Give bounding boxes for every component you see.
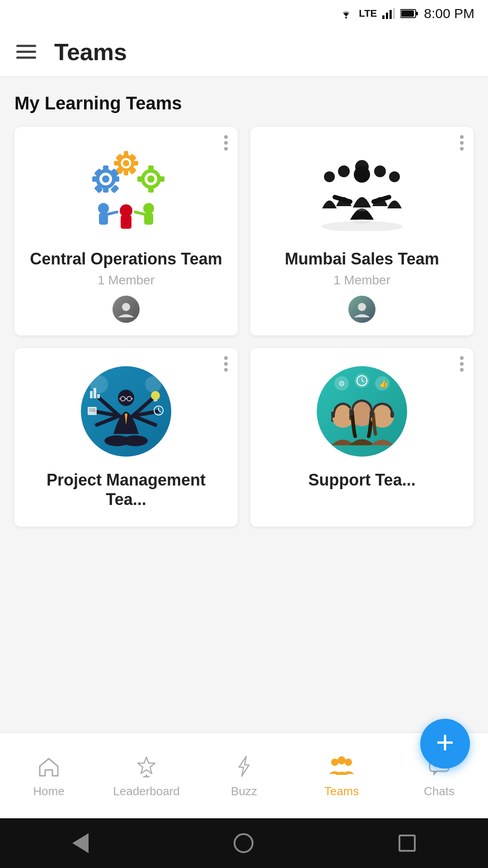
team-name-support: Support Tea... [308, 470, 415, 490]
svg-point-58 [122, 435, 148, 446]
svg-point-48 [389, 171, 400, 182]
android-home-button[interactable] [234, 833, 253, 853]
plus-icon: + [436, 726, 455, 758]
svg-point-0 [345, 17, 347, 19]
svg-point-44 [324, 171, 335, 182]
svg-point-55 [145, 376, 161, 392]
svg-rect-25 [129, 154, 137, 161]
svg-line-50 [335, 197, 350, 202]
card-menu-central-ops[interactable] [224, 135, 228, 151]
teams-grid: Central Operations Team 1 Member [14, 127, 474, 527]
team-image-support: ⚙ 👍 [312, 362, 412, 461]
svg-rect-23 [132, 161, 138, 165]
svg-point-34 [120, 204, 132, 217]
svg-point-68 [151, 391, 160, 400]
status-time: 8:00 PM [424, 6, 474, 21]
team-card-mumbai-sales[interactable]: Mumbai Sales Team 1 Member [250, 127, 474, 335]
team-image-mumbai-sales [312, 141, 412, 240]
svg-rect-33 [157, 176, 164, 182]
svg-line-51 [374, 197, 389, 202]
svg-point-104 [338, 756, 346, 764]
nav-item-buzz[interactable]: Buzz [195, 753, 293, 798]
svg-rect-14 [94, 168, 103, 177]
svg-rect-35 [121, 215, 131, 229]
lte-icon: LTE [359, 8, 377, 19]
team-card-support[interactable]: ⚙ 👍 [250, 348, 474, 526]
svg-point-29 [147, 175, 155, 183]
nav-item-teams[interactable]: Teams [293, 753, 390, 798]
wifi-icon [339, 8, 353, 19]
team-name-project-mgmt: Project Management Tea... [25, 470, 227, 509]
svg-text:👍: 👍 [379, 379, 388, 388]
main-content: My Learning Teams [0, 77, 488, 732]
svg-point-36 [98, 203, 109, 214]
android-nav-bar [0, 818, 488, 868]
svg-line-64 [133, 416, 155, 425]
team-image-central-ops [76, 141, 176, 240]
svg-rect-3 [389, 10, 392, 19]
team-name-central-ops: Central Operations Team [30, 249, 222, 269]
avatar-mumbai-sales [348, 296, 375, 323]
svg-point-19 [123, 160, 129, 166]
android-recents-button[interactable] [399, 835, 416, 852]
svg-point-103 [345, 759, 352, 766]
svg-text:⚙: ⚙ [338, 380, 345, 387]
add-team-fab[interactable]: + [420, 719, 470, 769]
svg-point-52 [354, 219, 370, 224]
svg-point-53 [358, 303, 366, 311]
team-card-project-mgmt[interactable]: Project Management Tea... [14, 348, 238, 526]
nav-label-chats: Chats [424, 784, 455, 798]
svg-point-39 [143, 203, 154, 214]
nav-label-teams: Teams [324, 784, 359, 798]
svg-rect-21 [124, 169, 128, 175]
svg-rect-24 [116, 154, 123, 161]
leaderboard-nav-icon [133, 753, 160, 780]
team-members-central-ops: 1 Member [98, 273, 155, 288]
page-title: Teams [54, 38, 127, 66]
svg-rect-97 [390, 411, 394, 418]
svg-rect-6 [416, 12, 418, 15]
signal-icon [382, 8, 395, 19]
nav-label-leaderboard: Leaderboard [113, 784, 179, 798]
card-menu-project-mgmt[interactable] [224, 356, 228, 372]
home-nav-icon [35, 753, 62, 780]
svg-rect-12 [92, 176, 99, 182]
svg-marker-98 [138, 757, 155, 774]
svg-rect-66 [94, 388, 96, 398]
avatar-central-ops [113, 296, 140, 323]
card-menu-mumbai-sales[interactable] [460, 135, 464, 151]
svg-rect-22 [114, 161, 120, 165]
buzz-nav-icon [230, 753, 258, 780]
svg-point-9 [102, 175, 109, 183]
card-menu-support[interactable] [460, 356, 464, 372]
team-members-mumbai-sales: 1 Member [333, 273, 390, 288]
android-back-button[interactable] [72, 833, 89, 853]
svg-rect-65 [90, 391, 93, 398]
svg-rect-11 [103, 185, 108, 193]
svg-rect-10 [103, 165, 108, 173]
svg-rect-69 [154, 400, 157, 401]
svg-rect-1 [382, 15, 385, 19]
team-card-central-ops[interactable]: Central Operations Team 1 Member [14, 127, 238, 335]
bottom-nav: Home Leaderboard Buzz [0, 732, 488, 818]
nav-item-leaderboard[interactable]: Leaderboard [98, 753, 195, 798]
team-image-project-mgmt [76, 362, 176, 461]
svg-rect-30 [148, 165, 154, 173]
svg-rect-20 [124, 151, 128, 157]
hamburger-menu[interactable] [16, 45, 36, 59]
svg-rect-67 [97, 394, 100, 398]
status-bar: LTE 8:00 PM [0, 0, 488, 27]
battery-icon [400, 9, 418, 19]
nav-item-home[interactable]: Home [0, 753, 98, 798]
svg-rect-7 [401, 10, 414, 17]
svg-point-42 [122, 303, 130, 311]
svg-marker-101 [239, 756, 249, 776]
teams-nav-icon [328, 753, 355, 780]
svg-rect-13 [112, 176, 119, 182]
svg-line-61 [97, 416, 119, 425]
svg-point-45 [338, 165, 350, 177]
nav-label-buzz: Buzz [231, 784, 257, 798]
team-name-mumbai-sales: Mumbai Sales Team [285, 249, 439, 269]
svg-point-47 [374, 165, 386, 177]
svg-point-102 [331, 759, 338, 766]
